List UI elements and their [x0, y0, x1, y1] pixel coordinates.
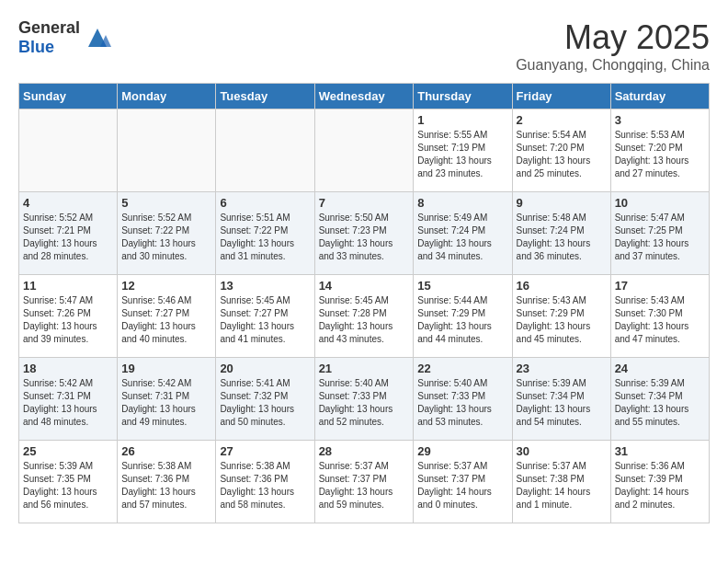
- day-info: Sunrise: 5:52 AM Sunset: 7:21 PM Dayligh…: [23, 212, 113, 263]
- day-number: 16: [517, 279, 607, 293]
- day-info: Sunrise: 5:54 AM Sunset: 7:20 PM Dayligh…: [517, 129, 607, 180]
- table-row: [118, 109, 216, 192]
- day-info: Sunrise: 5:41 AM Sunset: 7:32 PM Dayligh…: [220, 377, 310, 429]
- calendar-week-row: 1Sunrise: 5:55 AM Sunset: 7:19 PM Daylig…: [19, 109, 710, 192]
- table-row: 23Sunrise: 5:39 AM Sunset: 7:34 PM Dayli…: [512, 358, 610, 441]
- table-row: 4Sunrise: 5:52 AM Sunset: 7:21 PM Daylig…: [19, 192, 118, 275]
- table-row: 12Sunrise: 5:46 AM Sunset: 7:27 PM Dayli…: [118, 275, 216, 358]
- day-number: 1: [417, 113, 507, 127]
- day-info: Sunrise: 5:37 AM Sunset: 7:37 PM Dayligh…: [417, 460, 507, 511]
- table-row: 24Sunrise: 5:39 AM Sunset: 7:34 PM Dayli…: [610, 358, 709, 441]
- day-number: 18: [23, 362, 113, 375]
- calendar-week-row: 4Sunrise: 5:52 AM Sunset: 7:21 PM Daylig…: [19, 192, 710, 275]
- table-row: 6Sunrise: 5:51 AM Sunset: 7:22 PM Daylig…: [216, 192, 314, 275]
- header-wednesday: Wednesday: [314, 84, 414, 109]
- day-number: 14: [319, 279, 410, 293]
- table-row: 7Sunrise: 5:50 AM Sunset: 7:23 PM Daylig…: [314, 192, 414, 275]
- day-info: Sunrise: 5:39 AM Sunset: 7:34 PM Dayligh…: [517, 377, 607, 429]
- day-info: Sunrise: 5:40 AM Sunset: 7:33 PM Dayligh…: [319, 377, 410, 429]
- day-info: Sunrise: 5:45 AM Sunset: 7:28 PM Dayligh…: [319, 294, 410, 346]
- day-number: 4: [23, 196, 113, 210]
- day-info: Sunrise: 5:52 AM Sunset: 7:22 PM Dayligh…: [121, 212, 211, 263]
- day-number: 25: [23, 444, 113, 458]
- logo-general-text: General: [18, 18, 80, 38]
- day-number: 2: [517, 113, 607, 127]
- day-number: 11: [23, 279, 113, 293]
- table-row: 14Sunrise: 5:45 AM Sunset: 7:28 PM Dayli…: [314, 275, 414, 358]
- calendar-week-row: 11Sunrise: 5:47 AM Sunset: 7:26 PM Dayli…: [19, 275, 710, 358]
- day-info: Sunrise: 5:38 AM Sunset: 7:36 PM Dayligh…: [121, 460, 211, 511]
- calendar-week-row: 18Sunrise: 5:42 AM Sunset: 7:31 PM Dayli…: [19, 358, 710, 441]
- logo-blue-text: Blue: [18, 38, 80, 57]
- day-info: Sunrise: 5:39 AM Sunset: 7:35 PM Dayligh…: [23, 460, 113, 511]
- location: Guanyang, Chongqing, China: [516, 57, 710, 74]
- day-number: 5: [121, 196, 211, 210]
- day-number: 28: [319, 444, 410, 458]
- table-row: 15Sunrise: 5:44 AM Sunset: 7:29 PM Dayli…: [414, 275, 512, 358]
- table-row: 10Sunrise: 5:47 AM Sunset: 7:25 PM Dayli…: [610, 192, 709, 275]
- table-row: 20Sunrise: 5:41 AM Sunset: 7:32 PM Dayli…: [216, 358, 314, 441]
- day-info: Sunrise: 5:36 AM Sunset: 7:39 PM Dayligh…: [615, 460, 705, 511]
- day-number: 13: [220, 279, 310, 293]
- table-row: 16Sunrise: 5:43 AM Sunset: 7:29 PM Dayli…: [512, 275, 610, 358]
- day-number: 8: [417, 196, 507, 210]
- day-info: Sunrise: 5:39 AM Sunset: 7:34 PM Dayligh…: [615, 377, 705, 429]
- day-number: 31: [615, 444, 705, 458]
- day-info: Sunrise: 5:42 AM Sunset: 7:31 PM Dayligh…: [121, 377, 211, 429]
- day-info: Sunrise: 5:47 AM Sunset: 7:26 PM Dayligh…: [23, 294, 113, 346]
- table-row: 8Sunrise: 5:49 AM Sunset: 7:24 PM Daylig…: [414, 192, 512, 275]
- day-info: Sunrise: 5:47 AM Sunset: 7:25 PM Dayligh…: [615, 212, 705, 263]
- logo: General Blue: [18, 18, 111, 57]
- title-section: May 2025 Guanyang, Chongqing, China: [516, 18, 710, 74]
- page-container: General Blue May 2025 Guanyang, Chongqin…: [18, 18, 710, 523]
- day-info: Sunrise: 5:43 AM Sunset: 7:29 PM Dayligh…: [517, 294, 607, 346]
- table-row: 1Sunrise: 5:55 AM Sunset: 7:19 PM Daylig…: [414, 109, 512, 192]
- day-number: 19: [121, 362, 211, 375]
- day-number: 21: [319, 362, 410, 375]
- day-info: Sunrise: 5:42 AM Sunset: 7:31 PM Dayligh…: [23, 377, 113, 429]
- day-number: 20: [220, 362, 310, 375]
- day-number: 15: [417, 279, 507, 293]
- day-number: 7: [319, 196, 410, 210]
- day-number: 30: [517, 444, 607, 458]
- header-monday: Monday: [118, 84, 216, 109]
- day-number: 26: [121, 444, 211, 458]
- day-info: Sunrise: 5:44 AM Sunset: 7:29 PM Dayligh…: [417, 294, 507, 346]
- table-row: 17Sunrise: 5:43 AM Sunset: 7:30 PM Dayli…: [610, 275, 709, 358]
- table-row: 3Sunrise: 5:53 AM Sunset: 7:20 PM Daylig…: [610, 109, 709, 192]
- table-row: [314, 109, 414, 192]
- header-saturday: Saturday: [610, 84, 709, 109]
- table-row: 5Sunrise: 5:52 AM Sunset: 7:22 PM Daylig…: [118, 192, 216, 275]
- day-info: Sunrise: 5:50 AM Sunset: 7:23 PM Dayligh…: [319, 212, 410, 263]
- table-row: 2Sunrise: 5:54 AM Sunset: 7:20 PM Daylig…: [512, 109, 610, 192]
- header-tuesday: Tuesday: [216, 84, 314, 109]
- day-info: Sunrise: 5:37 AM Sunset: 7:37 PM Dayligh…: [319, 460, 410, 511]
- day-number: 29: [417, 444, 507, 458]
- day-info: Sunrise: 5:55 AM Sunset: 7:19 PM Dayligh…: [417, 129, 507, 180]
- day-number: 10: [615, 196, 705, 210]
- day-info: Sunrise: 5:37 AM Sunset: 7:38 PM Dayligh…: [517, 460, 607, 511]
- day-number: 27: [220, 444, 310, 458]
- table-row: 9Sunrise: 5:48 AM Sunset: 7:24 PM Daylig…: [512, 192, 610, 275]
- day-number: 6: [220, 196, 310, 210]
- table-row: 28Sunrise: 5:37 AM Sunset: 7:37 PM Dayli…: [314, 441, 414, 523]
- day-number: 24: [615, 362, 705, 375]
- day-number: 12: [121, 279, 211, 293]
- table-row: 22Sunrise: 5:40 AM Sunset: 7:33 PM Dayli…: [414, 358, 512, 441]
- table-row: [216, 109, 314, 192]
- header: General Blue May 2025 Guanyang, Chongqin…: [18, 18, 710, 74]
- day-info: Sunrise: 5:51 AM Sunset: 7:22 PM Dayligh…: [220, 212, 310, 263]
- day-info: Sunrise: 5:40 AM Sunset: 7:33 PM Dayligh…: [417, 377, 507, 429]
- header-thursday: Thursday: [414, 84, 512, 109]
- day-number: 22: [417, 362, 507, 375]
- table-row: 21Sunrise: 5:40 AM Sunset: 7:33 PM Dayli…: [314, 358, 414, 441]
- header-sunday: Sunday: [19, 84, 118, 109]
- table-row: 13Sunrise: 5:45 AM Sunset: 7:27 PM Dayli…: [216, 275, 314, 358]
- table-row: 27Sunrise: 5:38 AM Sunset: 7:36 PM Dayli…: [216, 441, 314, 523]
- day-number: 17: [615, 279, 705, 293]
- header-friday: Friday: [512, 84, 610, 109]
- day-info: Sunrise: 5:46 AM Sunset: 7:27 PM Dayligh…: [121, 294, 211, 346]
- day-info: Sunrise: 5:53 AM Sunset: 7:20 PM Dayligh…: [615, 129, 705, 180]
- table-row: 30Sunrise: 5:37 AM Sunset: 7:38 PM Dayli…: [512, 441, 610, 523]
- table-row: 25Sunrise: 5:39 AM Sunset: 7:35 PM Dayli…: [19, 441, 118, 523]
